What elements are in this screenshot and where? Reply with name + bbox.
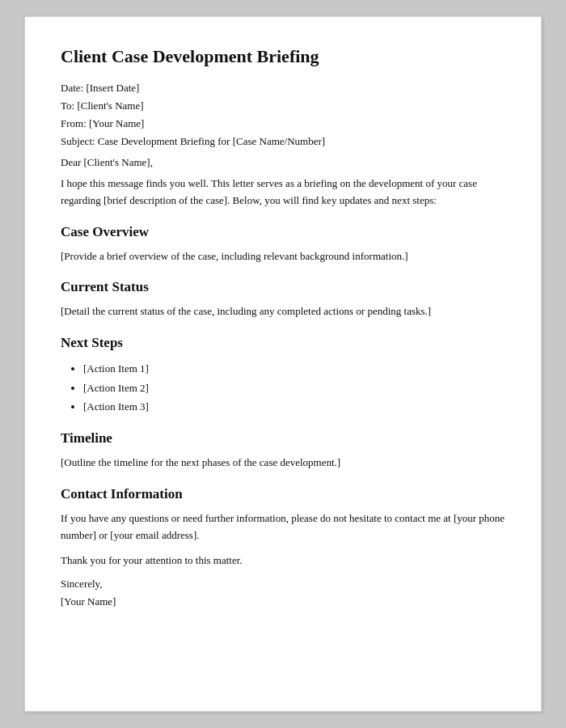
document-container: Client Case Development Briefing Date: [… xyxy=(24,16,542,712)
section-heading-current-status: Current Status xyxy=(61,279,505,295)
section-heading-case-overview: Case Overview xyxy=(61,224,505,240)
sincerely-text: Sincerely, xyxy=(61,578,505,590)
section-body-current-status: [Detail the current status of the case, … xyxy=(61,303,505,320)
section-heading-contact-info: Contact Information xyxy=(61,486,505,502)
list-item-1: [Action Item 1] xyxy=(83,359,505,378)
section-contact-info: Contact Information If you have any ques… xyxy=(61,486,505,544)
section-body-case-overview: [Provide a brief overview of the case, i… xyxy=(61,248,505,265)
section-current-status: Current Status [Detail the current statu… xyxy=(61,279,505,320)
section-next-steps: Next Steps [Action Item 1] [Action Item … xyxy=(61,335,505,416)
to-line: To: [Client's Name] xyxy=(61,99,505,112)
date-line: Date: [Insert Date] xyxy=(61,82,505,95)
document-title: Client Case Development Briefing xyxy=(61,46,505,67)
salutation: Dear [Client's Name], xyxy=(61,156,505,169)
intro-paragraph: I hope this message finds you well. This… xyxy=(61,176,505,210)
section-body-timeline: [Outline the timeline for the next phase… xyxy=(61,455,505,472)
section-case-overview: Case Overview [Provide a brief overview … xyxy=(61,224,505,265)
section-body-contact-info: If you have any questions or need furthe… xyxy=(61,510,505,544)
section-timeline: Timeline [Outline the timeline for the n… xyxy=(61,430,505,472)
next-steps-list: [Action Item 1] [Action Item 2] [Action … xyxy=(83,359,505,416)
subject-line: Subject: Case Development Briefing for [… xyxy=(61,135,505,148)
section-heading-timeline: Timeline xyxy=(61,430,505,447)
thank-you-text: Thank you for your attention to this mat… xyxy=(61,552,505,569)
list-item-3: [Action Item 3] xyxy=(83,397,505,416)
from-line: From: [Your Name] xyxy=(61,117,505,130)
list-item-2: [Action Item 2] xyxy=(83,379,505,397)
signature-text: [Your Name] xyxy=(61,595,505,608)
section-heading-next-steps: Next Steps xyxy=(61,335,505,351)
